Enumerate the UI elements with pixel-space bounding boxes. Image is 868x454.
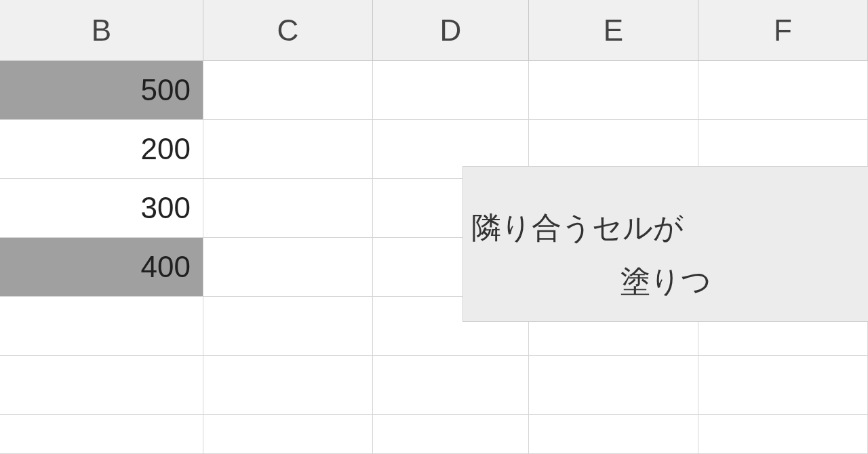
- cell-b5[interactable]: [0, 297, 203, 356]
- cell-d6[interactable]: [373, 356, 529, 415]
- cell-c7[interactable]: [203, 415, 373, 454]
- annotation-box: 隣り合うセルが 塗りつ: [462, 166, 868, 322]
- cell-f6[interactable]: [698, 356, 868, 415]
- cell-b2[interactable]: 200: [0, 120, 203, 179]
- cell-b6[interactable]: [0, 356, 203, 415]
- cell-b4[interactable]: 400: [0, 238, 203, 297]
- cell-e7[interactable]: [529, 415, 698, 454]
- cell-b1[interactable]: 500: [0, 61, 203, 120]
- cell-c5[interactable]: [203, 297, 373, 356]
- cell-c4[interactable]: [203, 238, 373, 297]
- cell-d7[interactable]: [373, 415, 529, 454]
- column-header-b[interactable]: B: [0, 0, 203, 61]
- annotation-line1: 隣り合うセルが: [471, 211, 684, 244]
- cell-c6[interactable]: [203, 356, 373, 415]
- cell-e1[interactable]: [529, 61, 698, 120]
- column-header-d[interactable]: D: [373, 0, 529, 61]
- cell-e6[interactable]: [529, 356, 698, 415]
- column-header-e[interactable]: E: [529, 0, 698, 61]
- cell-c3[interactable]: [203, 179, 373, 238]
- cell-f1[interactable]: [698, 61, 868, 120]
- column-header-f[interactable]: F: [698, 0, 868, 61]
- column-header-c[interactable]: C: [203, 0, 373, 61]
- cell-c1[interactable]: [203, 61, 373, 120]
- spreadsheet-grid: B C D E F 500 200 300 400 隣り合うセルが 塗りつ: [0, 0, 868, 454]
- cell-b7[interactable]: [0, 415, 203, 454]
- cell-f7[interactable]: [698, 415, 868, 454]
- annotation-line2: 塗りつ: [471, 254, 868, 308]
- cell-c2[interactable]: [203, 120, 373, 179]
- cell-d1[interactable]: [373, 61, 529, 120]
- cell-b3[interactable]: 300: [0, 179, 203, 238]
